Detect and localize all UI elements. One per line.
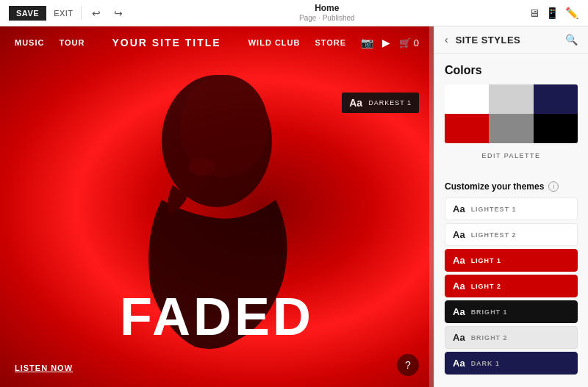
website-preview: MUSIC TOUR YOUR SITE TITLE WILD CLUB STO… <box>0 26 434 387</box>
theme-label-lightest2: LIGHTEST 2 <box>471 231 517 239</box>
theme-item-dark1[interactable]: Aa DARK 1 <box>445 352 578 375</box>
preview-nav: MUSIC TOUR YOUR SITE TITLE WILD CLUB STO… <box>0 26 434 59</box>
color-palette[interactable] <box>445 84 578 143</box>
nav-item-wild-club[interactable]: WILD CLUB <box>248 38 301 47</box>
theme-aa-lightest1: Aa <box>453 203 465 214</box>
nav-item-music[interactable]: MUSIC <box>15 38 44 47</box>
edit-mode-button[interactable]: ✏️ <box>565 7 579 20</box>
instagram-icon[interactable]: 📷 <box>361 37 373 48</box>
panel-search-button[interactable]: 🔍 <box>565 34 578 46</box>
colors-heading: Colors <box>445 64 578 77</box>
save-button[interactable]: SAVE <box>9 6 46 21</box>
cart-badge[interactable]: 🛒 0 <box>399 37 419 48</box>
nav-site-title: YOUR SITE TITLE <box>99 37 233 48</box>
panel-back-button[interactable]: ‹ <box>445 34 448 46</box>
device-icons: 🖥 📱 ✏️ <box>528 7 579 20</box>
toolbar-divider <box>81 7 82 20</box>
theme-label-light1: LIGHT 1 <box>471 257 502 264</box>
edit-palette-button[interactable]: EDIT PALETTE <box>445 149 578 165</box>
theme-item-bright2[interactable]: Aa BRIGHT 2 <box>445 326 578 349</box>
swatch-2-top <box>489 84 533 114</box>
theme-item-light1[interactable]: Aa LIGHT 1 <box>445 249 578 272</box>
theme-label-dark1: DARK 1 <box>471 360 501 367</box>
toolbar: SAVE EXIT ↩ ↪ Home Page · Published 🖥 📱 … <box>0 0 588 26</box>
swatch-2-bottom <box>489 114 533 143</box>
page-title: Home <box>315 3 339 13</box>
font-badge[interactable]: Aa DARKEST 1 <box>342 93 419 113</box>
theme-aa-dark1: Aa <box>453 358 465 369</box>
theme-label-bright1: BRIGHT 1 <box>471 308 508 316</box>
svg-point-2 <box>189 158 215 176</box>
panel-title: SITE STYLES <box>456 35 521 46</box>
undo-button[interactable]: ↩ <box>89 6 104 21</box>
listen-now-link[interactable]: LISTEN NOW <box>15 364 73 372</box>
theme-aa-light1: Aa <box>453 255 465 266</box>
font-badge-aa: Aa <box>349 97 362 109</box>
swatch-1-top <box>445 84 489 114</box>
panel-header: ‹ SITE STYLES 🔍 <box>434 26 588 54</box>
swatch-1-bottom <box>445 114 489 143</box>
toolbar-center: Home Page · Published <box>133 3 521 22</box>
youtube-icon[interactable]: ▶ <box>382 37 390 48</box>
help-button[interactable]: ? <box>397 354 419 376</box>
color-swatch-3 <box>534 84 578 143</box>
mobile-view-button[interactable]: 📱 <box>545 7 559 20</box>
theme-aa-bright1: Aa <box>453 306 465 317</box>
themes-heading: Customize your themes <box>445 181 544 192</box>
color-swatch-1 <box>445 84 489 143</box>
swatch-3-top <box>534 84 578 114</box>
theme-label-bright2: BRIGHT 2 <box>471 334 508 341</box>
scrollbar[interactable] <box>429 26 434 387</box>
theme-label-lightest1: LIGHTEST 1 <box>471 206 517 213</box>
main-content: MUSIC TOUR YOUR SITE TITLE WILD CLUB STO… <box>0 26 588 387</box>
theme-item-light2[interactable]: Aa LIGHT 2 <box>445 275 578 297</box>
theme-item-bright1[interactable]: Aa BRIGHT 1 <box>445 300 578 323</box>
themes-section: Customize your themes i Aa LIGHTEST 1 Aa… <box>434 171 588 383</box>
themes-info-icon[interactable]: i <box>548 181 559 192</box>
theme-item-lightest1[interactable]: Aa LIGHTEST 1 <box>445 198 578 220</box>
page-status: Page · Published <box>299 14 355 23</box>
right-panel: ‹ SITE STYLES 🔍 Colors <box>434 26 588 387</box>
font-badge-label: DARKEST 1 <box>368 99 412 106</box>
color-swatch-2 <box>489 84 533 143</box>
nav-item-tour[interactable]: TOUR <box>59 38 85 47</box>
preview-big-title: FADED <box>0 286 434 347</box>
exit-button[interactable]: EXIT <box>54 9 73 18</box>
nav-icons: 📷 ▶ 🛒 0 <box>361 37 419 48</box>
theme-aa-lightest2: Aa <box>453 229 465 240</box>
theme-item-lightest2[interactable]: Aa LIGHTEST 2 <box>445 223 578 246</box>
desktop-view-button[interactable]: 🖥 <box>528 7 539 19</box>
colors-section: Colors EDIT PALETTE <box>434 54 588 171</box>
theme-aa-bright2: Aa <box>453 332 465 343</box>
theme-aa-light2: Aa <box>453 281 465 292</box>
swatch-3-bottom <box>534 114 578 143</box>
nav-item-store[interactable]: STORE <box>315 38 346 47</box>
redo-button[interactable]: ↪ <box>111 6 126 21</box>
theme-label-light2: LIGHT 2 <box>471 283 502 290</box>
themes-header: Customize your themes i <box>445 181 578 192</box>
